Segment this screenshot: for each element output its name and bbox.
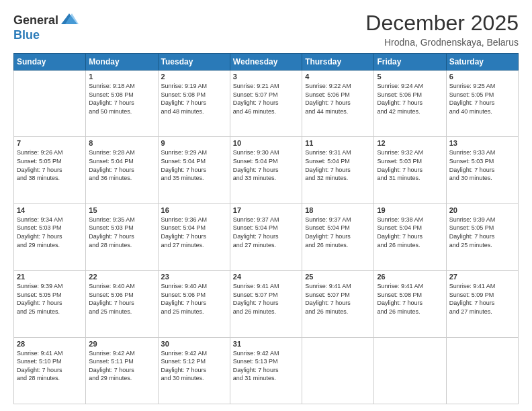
day-info: Sunrise: 9:21 AMSunset: 5:07 PMDaylight:… — [233, 82, 299, 116]
day-number: 28 — [17, 340, 83, 348]
day-number: 18 — [305, 206, 371, 214]
day-number: 21 — [17, 273, 83, 281]
day-number: 3 — [233, 73, 299, 81]
weekday-header-saturday: Saturday — [446, 54, 518, 71]
calendar-cell: 6Sunrise: 9:25 AMSunset: 5:05 PMDaylight… — [446, 71, 518, 137]
day-number: 23 — [161, 273, 227, 281]
day-number: 26 — [377, 273, 443, 281]
day-number: 9 — [161, 139, 227, 147]
day-number: 6 — [449, 73, 515, 81]
day-number: 24 — [233, 273, 299, 281]
day-info: Sunrise: 9:37 AMSunset: 5:04 PMDaylight:… — [233, 216, 299, 249]
week-row-4: 21Sunrise: 9:39 AMSunset: 5:05 PMDayligh… — [14, 271, 519, 337]
calendar-cell: 29Sunrise: 9:42 AMSunset: 5:11 PMDayligh… — [86, 337, 158, 404]
day-number: 5 — [377, 73, 443, 81]
day-number: 17 — [233, 206, 299, 214]
day-number: 31 — [233, 340, 299, 348]
weekday-header-row: SundayMondayTuesdayWednesdayThursdayFrid… — [14, 54, 519, 71]
day-number: 29 — [89, 340, 154, 348]
week-row-1: 1Sunrise: 9:18 AMSunset: 5:08 PMDaylight… — [14, 71, 519, 137]
day-number: 1 — [89, 73, 154, 81]
calendar-cell: 21Sunrise: 9:39 AMSunset: 5:05 PMDayligh… — [14, 271, 86, 337]
day-info: Sunrise: 9:39 AMSunset: 5:05 PMDaylight:… — [449, 216, 515, 249]
day-number: 10 — [233, 139, 299, 147]
calendar-cell: 8Sunrise: 9:28 AMSunset: 5:04 PMDaylight… — [86, 137, 158, 203]
calendar-cell: 25Sunrise: 9:41 AMSunset: 5:07 PMDayligh… — [302, 271, 374, 337]
calendar-cell: 27Sunrise: 9:41 AMSunset: 5:09 PMDayligh… — [446, 271, 518, 337]
day-info: Sunrise: 9:31 AMSunset: 5:04 PMDaylight:… — [305, 148, 371, 182]
day-number: 8 — [89, 139, 154, 147]
day-info: Sunrise: 9:41 AMSunset: 5:07 PMDaylight:… — [305, 282, 371, 316]
day-number: 7 — [17, 139, 83, 147]
day-number: 15 — [89, 206, 154, 214]
calendar-cell: 3Sunrise: 9:21 AMSunset: 5:07 PMDaylight… — [230, 71, 302, 137]
calendar-cell — [302, 337, 374, 404]
week-row-3: 14Sunrise: 9:34 AMSunset: 5:03 PMDayligh… — [14, 203, 519, 270]
day-info: Sunrise: 9:42 AMSunset: 5:11 PMDaylight:… — [89, 349, 154, 383]
calendar-cell — [374, 337, 446, 404]
calendar-cell: 23Sunrise: 9:40 AMSunset: 5:06 PMDayligh… — [158, 271, 230, 337]
calendar-cell: 19Sunrise: 9:38 AMSunset: 5:04 PMDayligh… — [374, 203, 446, 270]
logo-general: General — [13, 13, 58, 28]
day-number: 16 — [161, 206, 227, 214]
calendar-cell — [446, 337, 518, 404]
day-info: Sunrise: 9:26 AMSunset: 5:05 PMDaylight:… — [17, 148, 83, 182]
weekday-header-wednesday: Wednesday — [230, 54, 302, 71]
day-info: Sunrise: 9:33 AMSunset: 5:03 PMDaylight:… — [449, 148, 515, 182]
location: Hrodna, Grodnenskaya, Belarus — [365, 37, 519, 48]
calendar-cell — [14, 71, 86, 137]
day-number: 4 — [305, 73, 371, 81]
week-row-2: 7Sunrise: 9:26 AMSunset: 5:05 PMDaylight… — [14, 137, 519, 203]
weekday-header-tuesday: Tuesday — [158, 54, 230, 71]
header: General Blue December 2025 Hrodna, Grodn… — [13, 11, 519, 48]
weekday-header-thursday: Thursday — [302, 54, 374, 71]
day-info: Sunrise: 9:32 AMSunset: 5:03 PMDaylight:… — [377, 148, 443, 182]
day-info: Sunrise: 9:42 AMSunset: 5:13 PMDaylight:… — [233, 349, 299, 383]
day-info: Sunrise: 9:41 AMSunset: 5:08 PMDaylight:… — [377, 282, 443, 316]
calendar-cell: 28Sunrise: 9:41 AMSunset: 5:10 PMDayligh… — [14, 337, 86, 404]
day-info: Sunrise: 9:29 AMSunset: 5:04 PMDaylight:… — [161, 148, 227, 182]
month-title: December 2025 — [365, 11, 519, 36]
day-number: 25 — [305, 273, 371, 281]
calendar-cell: 10Sunrise: 9:30 AMSunset: 5:04 PMDayligh… — [230, 137, 302, 203]
day-number: 13 — [449, 139, 515, 147]
calendar-cell: 4Sunrise: 9:22 AMSunset: 5:06 PMDaylight… — [302, 71, 374, 137]
day-number: 12 — [377, 139, 443, 147]
day-info: Sunrise: 9:39 AMSunset: 5:05 PMDaylight:… — [17, 282, 83, 316]
calendar-table: SundayMondayTuesdayWednesdayThursdayFrid… — [13, 53, 519, 404]
calendar-cell: 24Sunrise: 9:41 AMSunset: 5:07 PMDayligh… — [230, 271, 302, 337]
calendar-cell: 11Sunrise: 9:31 AMSunset: 5:04 PMDayligh… — [302, 137, 374, 203]
weekday-header-monday: Monday — [86, 54, 158, 71]
day-info: Sunrise: 9:36 AMSunset: 5:04 PMDaylight:… — [161, 216, 227, 249]
weekday-header-friday: Friday — [374, 54, 446, 71]
day-info: Sunrise: 9:38 AMSunset: 5:04 PMDaylight:… — [377, 216, 443, 249]
day-info: Sunrise: 9:41 AMSunset: 5:07 PMDaylight:… — [233, 282, 299, 316]
day-info: Sunrise: 9:25 AMSunset: 5:05 PMDaylight:… — [449, 82, 515, 116]
day-info: Sunrise: 9:42 AMSunset: 5:12 PMDaylight:… — [161, 349, 227, 383]
day-info: Sunrise: 9:40 AMSunset: 5:06 PMDaylight:… — [161, 282, 227, 316]
calendar-cell: 20Sunrise: 9:39 AMSunset: 5:05 PMDayligh… — [446, 203, 518, 270]
day-info: Sunrise: 9:19 AMSunset: 5:08 PMDaylight:… — [161, 82, 227, 116]
calendar-cell: 17Sunrise: 9:37 AMSunset: 5:04 PMDayligh… — [230, 203, 302, 270]
day-number: 20 — [449, 206, 515, 214]
calendar-cell: 1Sunrise: 9:18 AMSunset: 5:08 PMDaylight… — [86, 71, 158, 137]
day-number: 27 — [449, 273, 515, 281]
day-number: 14 — [17, 206, 83, 214]
calendar-cell: 12Sunrise: 9:32 AMSunset: 5:03 PMDayligh… — [374, 137, 446, 203]
logo-blue: Blue — [13, 28, 79, 42]
calendar-cell: 5Sunrise: 9:24 AMSunset: 5:06 PMDaylight… — [374, 71, 446, 137]
day-number: 30 — [161, 340, 227, 348]
calendar-page: General Blue December 2025 Hrodna, Grodn… — [0, 0, 532, 411]
day-info: Sunrise: 9:24 AMSunset: 5:06 PMDaylight:… — [377, 82, 443, 116]
day-info: Sunrise: 9:35 AMSunset: 5:03 PMDaylight:… — [89, 216, 154, 249]
logo-icon — [60, 11, 79, 30]
day-number: 11 — [305, 139, 371, 147]
day-info: Sunrise: 9:22 AMSunset: 5:06 PMDaylight:… — [305, 82, 371, 116]
calendar-cell: 7Sunrise: 9:26 AMSunset: 5:05 PMDaylight… — [14, 137, 86, 203]
title-block: December 2025 Hrodna, Grodnenskaya, Bela… — [365, 11, 519, 48]
day-info: Sunrise: 9:41 AMSunset: 5:10 PMDaylight:… — [17, 349, 83, 383]
logo: General Blue — [13, 11, 79, 42]
day-info: Sunrise: 9:18 AMSunset: 5:08 PMDaylight:… — [89, 82, 154, 116]
weekday-header-sunday: Sunday — [14, 54, 86, 71]
day-info: Sunrise: 9:41 AMSunset: 5:09 PMDaylight:… — [449, 282, 515, 316]
